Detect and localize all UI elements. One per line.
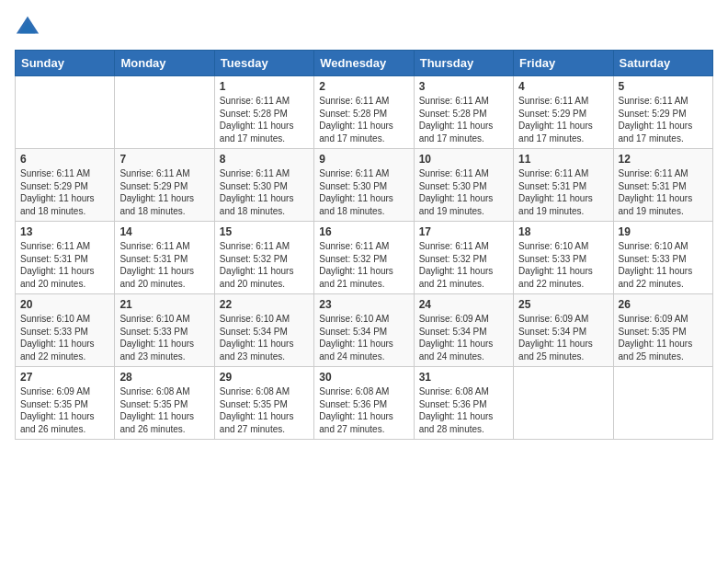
calendar-cell: 19Sunrise: 6:10 AMSunset: 5:33 PMDayligh… xyxy=(613,222,712,294)
calendar-day-header: Friday xyxy=(514,51,613,76)
day-number: 7 xyxy=(119,153,209,166)
day-number: 24 xyxy=(419,298,508,311)
calendar-cell: 22Sunrise: 6:10 AMSunset: 5:34 PMDayligh… xyxy=(214,294,313,367)
calendar-cell: 9Sunrise: 6:11 AMSunset: 5:30 PMDaylight… xyxy=(314,149,414,222)
day-number: 19 xyxy=(619,225,708,238)
calendar-cell: 30Sunrise: 6:08 AMSunset: 5:36 PMDayligh… xyxy=(314,367,414,440)
day-info: Sunrise: 6:11 AMSunset: 5:32 PMDaylight:… xyxy=(419,240,508,290)
calendar-cell: 1Sunrise: 6:11 AMSunset: 5:28 PMDaylight… xyxy=(214,76,313,149)
calendar-cell xyxy=(16,76,115,149)
day-info: Sunrise: 6:08 AMSunset: 5:35 PMDaylight:… xyxy=(220,385,309,435)
day-number: 2 xyxy=(319,80,408,93)
day-info: Sunrise: 6:09 AMSunset: 5:35 PMDaylight:… xyxy=(619,313,708,362)
day-number: 8 xyxy=(220,153,309,166)
day-number: 23 xyxy=(319,298,408,311)
day-number: 16 xyxy=(319,225,408,238)
calendar-cell: 18Sunrise: 6:10 AMSunset: 5:33 PMDayligh… xyxy=(514,222,613,294)
calendar-cell: 4Sunrise: 6:11 AMSunset: 5:29 PMDaylight… xyxy=(514,76,613,149)
calendar-cell: 23Sunrise: 6:10 AMSunset: 5:34 PMDayligh… xyxy=(314,294,414,367)
calendar-header-row: SundayMondayTuesdayWednesdayThursdayFrid… xyxy=(16,51,713,76)
calendar-table: SundayMondayTuesdayWednesdayThursdayFrid… xyxy=(15,50,713,440)
day-info: Sunrise: 6:11 AMSunset: 5:29 PMDaylight:… xyxy=(119,167,209,217)
calendar-cell: 13Sunrise: 6:11 AMSunset: 5:31 PMDayligh… xyxy=(16,222,115,294)
calendar-cell: 12Sunrise: 6:11 AMSunset: 5:31 PMDayligh… xyxy=(613,149,712,222)
calendar-week-row: 6Sunrise: 6:11 AMSunset: 5:29 PMDaylight… xyxy=(16,149,713,222)
calendar-cell: 2Sunrise: 6:11 AMSunset: 5:28 PMDaylight… xyxy=(314,76,414,149)
calendar-week-row: 27Sunrise: 6:09 AMSunset: 5:35 PMDayligh… xyxy=(16,367,713,440)
calendar-cell: 29Sunrise: 6:08 AMSunset: 5:35 PMDayligh… xyxy=(214,367,313,440)
calendar-cell: 31Sunrise: 6:08 AMSunset: 5:36 PMDayligh… xyxy=(414,367,513,440)
day-info: Sunrise: 6:11 AMSunset: 5:31 PMDaylight:… xyxy=(119,240,209,290)
day-info: Sunrise: 6:10 AMSunset: 5:33 PMDaylight:… xyxy=(518,240,608,290)
day-info: Sunrise: 6:10 AMSunset: 5:33 PMDaylight:… xyxy=(20,313,109,362)
day-number: 15 xyxy=(220,225,309,238)
day-info: Sunrise: 6:10 AMSunset: 5:33 PMDaylight:… xyxy=(619,240,708,290)
day-info: Sunrise: 6:10 AMSunset: 5:34 PMDaylight:… xyxy=(220,313,309,362)
day-number: 4 xyxy=(518,80,608,93)
calendar-day-header: Saturday xyxy=(613,51,712,76)
calendar-cell: 26Sunrise: 6:09 AMSunset: 5:35 PMDayligh… xyxy=(613,294,712,367)
day-info: Sunrise: 6:11 AMSunset: 5:29 PMDaylight:… xyxy=(20,167,109,217)
day-info: Sunrise: 6:09 AMSunset: 5:34 PMDaylight:… xyxy=(518,313,608,362)
day-number: 22 xyxy=(220,298,309,311)
calendar-cell: 6Sunrise: 6:11 AMSunset: 5:29 PMDaylight… xyxy=(16,149,115,222)
day-info: Sunrise: 6:11 AMSunset: 5:30 PMDaylight:… xyxy=(419,167,508,217)
day-number: 6 xyxy=(20,153,109,166)
day-number: 28 xyxy=(119,371,209,384)
day-info: Sunrise: 6:11 AMSunset: 5:28 PMDaylight:… xyxy=(419,95,508,144)
calendar-cell: 15Sunrise: 6:11 AMSunset: 5:32 PMDayligh… xyxy=(214,222,313,294)
calendar-cell: 24Sunrise: 6:09 AMSunset: 5:34 PMDayligh… xyxy=(414,294,513,367)
calendar-day-header: Sunday xyxy=(16,51,115,76)
day-info: Sunrise: 6:11 AMSunset: 5:30 PMDaylight:… xyxy=(220,167,309,217)
day-info: Sunrise: 6:09 AMSunset: 5:34 PMDaylight:… xyxy=(419,313,508,362)
calendar-week-row: 13Sunrise: 6:11 AMSunset: 5:31 PMDayligh… xyxy=(16,222,713,294)
day-number: 17 xyxy=(419,225,508,238)
calendar-day-header: Thursday xyxy=(414,51,513,76)
day-number: 20 xyxy=(20,298,109,311)
day-number: 21 xyxy=(119,298,209,311)
day-number: 5 xyxy=(619,80,708,93)
day-number: 26 xyxy=(619,298,708,311)
day-info: Sunrise: 6:08 AMSunset: 5:35 PMDaylight:… xyxy=(119,385,209,435)
day-number: 18 xyxy=(518,225,608,238)
day-number: 31 xyxy=(419,371,508,384)
logo-icon xyxy=(15,15,40,40)
day-info: Sunrise: 6:11 AMSunset: 5:32 PMDaylight:… xyxy=(220,240,309,290)
calendar-cell: 27Sunrise: 6:09 AMSunset: 5:35 PMDayligh… xyxy=(16,367,115,440)
day-info: Sunrise: 6:09 AMSunset: 5:35 PMDaylight:… xyxy=(20,385,109,435)
day-info: Sunrise: 6:11 AMSunset: 5:28 PMDaylight:… xyxy=(319,95,408,144)
day-info: Sunrise: 6:11 AMSunset: 5:32 PMDaylight:… xyxy=(319,240,408,290)
calendar-cell: 14Sunrise: 6:11 AMSunset: 5:31 PMDayligh… xyxy=(115,222,214,294)
day-info: Sunrise: 6:11 AMSunset: 5:31 PMDaylight:… xyxy=(619,167,708,217)
page-header xyxy=(15,15,713,40)
day-info: Sunrise: 6:11 AMSunset: 5:29 PMDaylight:… xyxy=(619,95,708,144)
calendar-cell: 21Sunrise: 6:10 AMSunset: 5:33 PMDayligh… xyxy=(115,294,214,367)
calendar-day-header: Wednesday xyxy=(314,51,414,76)
day-number: 30 xyxy=(319,371,408,384)
calendar-week-row: 20Sunrise: 6:10 AMSunset: 5:33 PMDayligh… xyxy=(16,294,713,367)
day-info: Sunrise: 6:11 AMSunset: 5:28 PMDaylight:… xyxy=(220,95,309,144)
calendar-cell xyxy=(514,367,613,440)
day-info: Sunrise: 6:10 AMSunset: 5:34 PMDaylight:… xyxy=(319,313,408,362)
logo xyxy=(15,15,44,40)
day-info: Sunrise: 6:08 AMSunset: 5:36 PMDaylight:… xyxy=(419,385,508,435)
day-number: 1 xyxy=(220,80,309,93)
calendar-cell: 28Sunrise: 6:08 AMSunset: 5:35 PMDayligh… xyxy=(115,367,214,440)
calendar-day-header: Monday xyxy=(115,51,214,76)
day-number: 10 xyxy=(419,153,508,166)
calendar-day-header: Tuesday xyxy=(214,51,313,76)
calendar-cell: 25Sunrise: 6:09 AMSunset: 5:34 PMDayligh… xyxy=(514,294,613,367)
day-info: Sunrise: 6:08 AMSunset: 5:36 PMDaylight:… xyxy=(319,385,408,435)
day-number: 9 xyxy=(319,153,408,166)
calendar-cell xyxy=(115,76,214,149)
day-number: 29 xyxy=(220,371,309,384)
calendar-cell: 10Sunrise: 6:11 AMSunset: 5:30 PMDayligh… xyxy=(414,149,513,222)
day-number: 27 xyxy=(20,371,109,384)
calendar-cell: 7Sunrise: 6:11 AMSunset: 5:29 PMDaylight… xyxy=(115,149,214,222)
day-info: Sunrise: 6:11 AMSunset: 5:31 PMDaylight:… xyxy=(20,240,109,290)
calendar-cell: 5Sunrise: 6:11 AMSunset: 5:29 PMDaylight… xyxy=(613,76,712,149)
calendar-cell: 20Sunrise: 6:10 AMSunset: 5:33 PMDayligh… xyxy=(16,294,115,367)
calendar-cell: 16Sunrise: 6:11 AMSunset: 5:32 PMDayligh… xyxy=(314,222,414,294)
day-info: Sunrise: 6:10 AMSunset: 5:33 PMDaylight:… xyxy=(119,313,209,362)
calendar-cell: 17Sunrise: 6:11 AMSunset: 5:32 PMDayligh… xyxy=(414,222,513,294)
